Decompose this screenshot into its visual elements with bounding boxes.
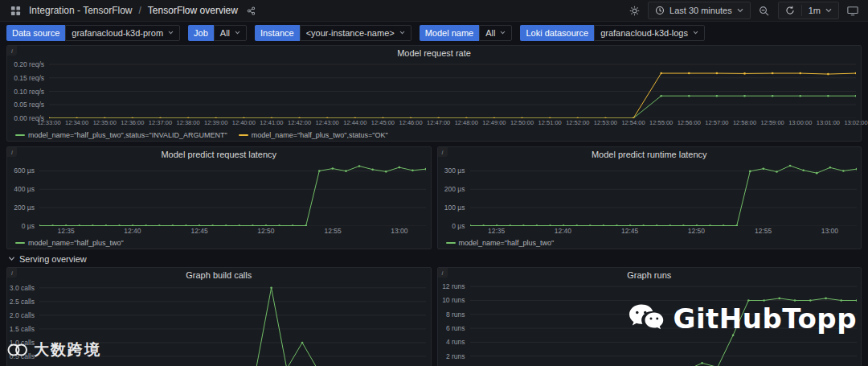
panel-title[interactable]: Model predict runtime latency xyxy=(438,147,862,162)
x-tick-label: 12:42:00 xyxy=(288,119,311,126)
y-tick-label: 1.5 calls xyxy=(10,325,35,333)
x-tick-label: 12:39:00 xyxy=(204,119,227,126)
panel-info-icon[interactable]: i xyxy=(438,268,448,278)
series-name: model_name="half_plus_two",status="INVAL… xyxy=(28,131,227,139)
y-tick-label: 100 µs xyxy=(444,204,465,212)
x-tick-label: 13:00:00 xyxy=(788,119,812,126)
loki-datasource-dropdown[interactable]: grafanacloud-k3d-logs xyxy=(594,25,705,41)
time-range-picker[interactable]: Last 30 minutes xyxy=(648,2,751,19)
clock-icon xyxy=(655,6,665,15)
chart-plot[interactable] xyxy=(49,60,856,118)
x-tick-label: 12:57:00 xyxy=(705,119,728,126)
filter-model-name: Model name All xyxy=(420,25,513,41)
share-icon[interactable] xyxy=(244,3,259,18)
chevron-down-icon xyxy=(168,31,174,35)
zoom-out-time-icon[interactable] xyxy=(757,3,772,18)
x-tick-label: 12:50 xyxy=(688,227,705,235)
y-tick-label: 3.0 calls xyxy=(10,284,35,292)
panel-title[interactable]: Model predict request latency xyxy=(7,147,431,162)
refresh-picker[interactable]: 1m xyxy=(778,2,839,19)
filter-label: Job xyxy=(188,25,214,41)
refresh-icon xyxy=(785,6,795,15)
apps-grid-icon[interactable] xyxy=(8,3,23,18)
series-swatch xyxy=(15,242,25,244)
series-swatch xyxy=(446,242,456,244)
y-axis: 0 µs200 µs400 µs600 µs xyxy=(7,162,39,226)
filter-data-source: Data source grafanacloud-k3d-prom xyxy=(6,25,180,41)
y-tick-label: 0.5 calls xyxy=(10,352,35,360)
row-title: Serving overview xyxy=(19,254,87,264)
legend-item[interactable]: model_name="half_plus_two",status="INVAL… xyxy=(15,131,227,139)
y-axis: 0 runs2 runs4 runs6 runs8 runs10 runs12 … xyxy=(438,282,470,366)
panel-info-icon[interactable]: i xyxy=(7,46,17,56)
x-axis: 12:3512:4012:4512:5012:5513:00 xyxy=(39,226,426,236)
x-tick-label: 12:46:00 xyxy=(399,119,422,126)
dashboard-settings-gear-icon[interactable] xyxy=(627,3,641,18)
dropdown-value: All xyxy=(485,28,495,38)
data-source-dropdown[interactable]: grafanacloud-k3d-prom xyxy=(65,25,180,41)
job-dropdown[interactable]: All xyxy=(214,25,247,41)
x-tick-label: 12:34:00 xyxy=(65,119,88,126)
y-tick-label: 200 µs xyxy=(14,204,35,212)
legend: model_name="half_plus_two",status="INVAL… xyxy=(7,129,861,141)
filter-label: Loki datasource xyxy=(520,25,594,41)
filter-label: Data source xyxy=(6,25,65,41)
dropdown-value: grafanacloud-k3d-logs xyxy=(600,28,688,38)
dropdown-value: <your-instance-name> xyxy=(306,28,395,38)
x-tick-label: 12:38:00 xyxy=(176,119,199,126)
x-tick-label: 13:00 xyxy=(391,227,407,235)
chart-plot[interactable] xyxy=(470,282,857,366)
chart-plot[interactable] xyxy=(39,282,426,366)
panel-info-icon[interactable]: i xyxy=(7,268,17,278)
series-name: model_name="half_plus_two" xyxy=(28,239,124,247)
x-tick-label: 12:54:00 xyxy=(621,119,645,126)
x-tick-label: 12:35 xyxy=(488,227,505,235)
y-tick-label: 1.0 calls xyxy=(10,339,35,347)
y-tick-label: 0 µs xyxy=(22,222,35,230)
panel-title[interactable]: Model request rate xyxy=(7,46,861,60)
x-tick-label: 12:33:00 xyxy=(37,119,60,126)
x-tick-label: 12:35 xyxy=(58,227,75,235)
chart-plot[interactable] xyxy=(39,162,426,226)
y-tick-label: 0.05 req/s xyxy=(14,101,44,109)
x-tick-label: 12:35:00 xyxy=(93,119,117,126)
y-tick-label: 10 runs xyxy=(442,296,465,304)
x-tick-label: 12:58:00 xyxy=(733,119,756,126)
legend-item[interactable]: model_name="half_plus_two" xyxy=(446,239,555,247)
legend-item[interactable]: model_name="half_plus_two",status="OK" xyxy=(239,131,388,139)
legend: model_name="half_plus_two" xyxy=(7,236,431,249)
x-tick-label: 13:02:00 xyxy=(844,119,867,126)
x-tick-label: 12:40 xyxy=(555,227,571,235)
refresh-interval-label: 1m xyxy=(809,6,821,15)
panel-info-icon[interactable]: i xyxy=(438,147,448,157)
panel-info-icon[interactable]: i xyxy=(7,147,17,157)
dropdown-value: All xyxy=(220,28,230,38)
y-tick-label: 6 runs xyxy=(446,324,465,332)
x-axis: 12:33:0012:34:0012:35:0012:36:0012:37:00… xyxy=(49,118,856,129)
model-name-dropdown[interactable]: All xyxy=(479,25,512,41)
y-tick-label: 300 µs xyxy=(444,167,465,175)
y-tick-label: 4 runs xyxy=(446,338,465,346)
row-toggle-serving-overview[interactable]: Serving overview xyxy=(6,252,862,265)
breadcrumb-folder[interactable]: Integration - TensorFlow xyxy=(29,5,133,16)
y-tick-label: 0.10 req/s xyxy=(14,88,44,96)
chevron-down-icon xyxy=(500,31,506,35)
chevron-down-icon xyxy=(737,8,743,13)
x-axis: 12:3512:4012:4512:5012:5513:00 xyxy=(470,226,857,236)
panel-title[interactable]: Graph build calls xyxy=(7,268,431,282)
panel-graph-build-calls: i Graph build calls 0.0 calls0.5 calls1.… xyxy=(6,267,432,366)
chart-plot[interactable] xyxy=(470,162,857,226)
x-tick-label: 12:50 xyxy=(257,227,274,235)
x-tick-label: 12:41:00 xyxy=(260,119,283,126)
chevron-down-icon xyxy=(693,31,698,35)
panel-model-predict-request-latency: i Model predict request latency 0 µs200 … xyxy=(6,146,432,249)
dropdown-value: grafanacloud-k3d-prom xyxy=(72,28,163,38)
x-tick-label: 12:52:00 xyxy=(566,119,589,126)
y-tick-label: 0.20 req/s xyxy=(14,60,44,68)
panel-title[interactable]: Graph runs xyxy=(438,268,862,282)
legend-item[interactable]: model_name="half_plus_two" xyxy=(15,239,124,247)
x-tick-label: 12:48:00 xyxy=(455,119,478,126)
tv-kiosk-mode-icon[interactable] xyxy=(845,3,860,18)
y-tick-label: 2.5 calls xyxy=(10,298,35,306)
instance-dropdown[interactable]: <your-instance-name> xyxy=(300,25,411,41)
